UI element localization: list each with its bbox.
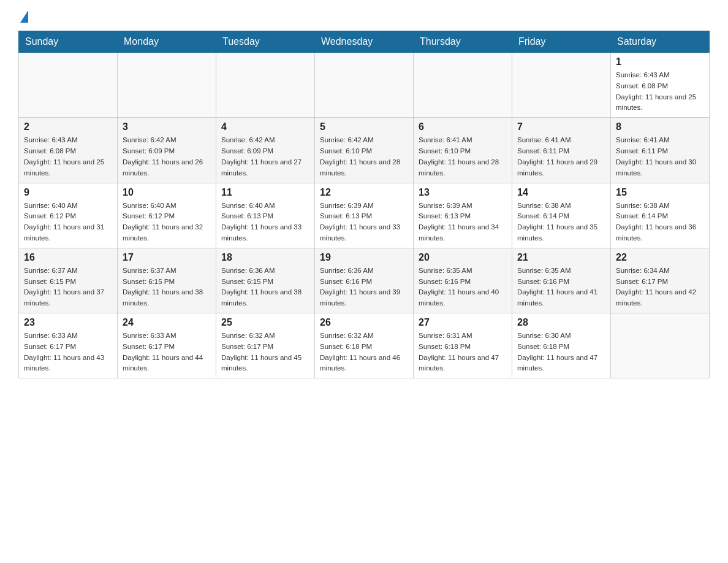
calendar-cell: 3Sunrise: 6:42 AMSunset: 6:09 PMDaylight… (118, 118, 216, 183)
calendar-cell (414, 53, 512, 118)
day-number: 4 (221, 121, 309, 132)
day-number: 11 (221, 187, 309, 198)
calendar-week-1: 1Sunrise: 6:43 AMSunset: 6:08 PMDaylight… (19, 53, 710, 118)
calendar-cell: 7Sunrise: 6:41 AMSunset: 6:11 PMDaylight… (512, 118, 611, 183)
calendar-cell: 22Sunrise: 6:34 AMSunset: 6:17 PMDayligh… (611, 248, 710, 313)
day-info: Sunrise: 6:35 AMSunset: 6:16 PMDaylight:… (419, 266, 507, 309)
day-number: 14 (517, 187, 605, 198)
day-info: Sunrise: 6:33 AMSunset: 6:17 PMDaylight:… (24, 331, 112, 374)
day-info: Sunrise: 6:42 AMSunset: 6:09 PMDaylight:… (221, 135, 309, 178)
calendar-cell: 15Sunrise: 6:38 AMSunset: 6:14 PMDayligh… (611, 183, 710, 248)
calendar-cell: 16Sunrise: 6:37 AMSunset: 6:15 PMDayligh… (19, 248, 118, 313)
weekday-header-wednesday: Wednesday (315, 31, 414, 53)
weekday-header-tuesday: Tuesday (216, 31, 315, 53)
calendar-week-4: 16Sunrise: 6:37 AMSunset: 6:15 PMDayligh… (19, 248, 710, 313)
day-info: Sunrise: 6:37 AMSunset: 6:15 PMDaylight:… (24, 266, 112, 309)
day-info: Sunrise: 6:36 AMSunset: 6:16 PMDaylight:… (320, 266, 408, 309)
calendar-cell: 12Sunrise: 6:39 AMSunset: 6:13 PMDayligh… (315, 183, 414, 248)
calendar-cell: 21Sunrise: 6:35 AMSunset: 6:16 PMDayligh… (512, 248, 611, 313)
calendar-cell: 25Sunrise: 6:32 AMSunset: 6:17 PMDayligh… (216, 313, 315, 378)
day-number: 5 (320, 121, 408, 132)
calendar-cell: 18Sunrise: 6:36 AMSunset: 6:15 PMDayligh… (216, 248, 315, 313)
calendar-cell: 19Sunrise: 6:36 AMSunset: 6:16 PMDayligh… (315, 248, 414, 313)
weekday-header-sunday: Sunday (19, 31, 118, 53)
day-info: Sunrise: 6:33 AMSunset: 6:17 PMDaylight:… (123, 331, 211, 374)
day-number: 13 (419, 187, 507, 198)
day-number: 1 (616, 56, 704, 67)
weekday-header-monday: Monday (118, 31, 216, 53)
day-number: 22 (616, 252, 704, 263)
day-info: Sunrise: 6:42 AMSunset: 6:10 PMDaylight:… (320, 135, 408, 178)
weekday-header-saturday: Saturday (611, 31, 710, 53)
calendar-header-row: SundayMondayTuesdayWednesdayThursdayFrid… (19, 31, 710, 53)
day-info: Sunrise: 6:40 AMSunset: 6:13 PMDaylight:… (221, 201, 309, 244)
calendar-cell: 28Sunrise: 6:30 AMSunset: 6:18 PMDayligh… (512, 313, 611, 378)
calendar-week-5: 23Sunrise: 6:33 AMSunset: 6:17 PMDayligh… (19, 313, 710, 378)
weekday-header-thursday: Thursday (414, 31, 512, 53)
calendar-cell: 1Sunrise: 6:43 AMSunset: 6:08 PMDaylight… (611, 53, 710, 118)
day-info: Sunrise: 6:40 AMSunset: 6:12 PMDaylight:… (123, 201, 211, 244)
day-info: Sunrise: 6:41 AMSunset: 6:11 PMDaylight:… (517, 135, 605, 178)
day-number: 21 (517, 252, 605, 263)
day-number: 9 (24, 187, 112, 198)
calendar-cell (118, 53, 216, 118)
day-number: 16 (24, 252, 112, 263)
calendar-cell (19, 53, 118, 118)
calendar-table: SundayMondayTuesdayWednesdayThursdayFrid… (18, 31, 710, 378)
calendar-cell: 23Sunrise: 6:33 AMSunset: 6:17 PMDayligh… (19, 313, 118, 378)
calendar-cell (315, 53, 414, 118)
calendar-cell: 13Sunrise: 6:39 AMSunset: 6:13 PMDayligh… (414, 183, 512, 248)
calendar-cell: 10Sunrise: 6:40 AMSunset: 6:12 PMDayligh… (118, 183, 216, 248)
day-number: 23 (24, 317, 112, 328)
day-info: Sunrise: 6:40 AMSunset: 6:12 PMDaylight:… (24, 201, 112, 244)
day-info: Sunrise: 6:38 AMSunset: 6:14 PMDaylight:… (616, 201, 704, 244)
day-info: Sunrise: 6:43 AMSunset: 6:08 PMDaylight:… (24, 135, 112, 178)
calendar-cell (512, 53, 611, 118)
day-info: Sunrise: 6:37 AMSunset: 6:15 PMDaylight:… (123, 266, 211, 309)
day-info: Sunrise: 6:42 AMSunset: 6:09 PMDaylight:… (123, 135, 211, 178)
day-info: Sunrise: 6:30 AMSunset: 6:18 PMDaylight:… (517, 331, 605, 374)
day-number: 15 (616, 187, 704, 198)
calendar-cell: 17Sunrise: 6:37 AMSunset: 6:15 PMDayligh… (118, 248, 216, 313)
day-number: 25 (221, 317, 309, 328)
page-header (18, 12, 710, 25)
day-info: Sunrise: 6:39 AMSunset: 6:13 PMDaylight:… (320, 201, 408, 244)
day-number: 3 (123, 121, 211, 132)
day-number: 19 (320, 252, 408, 263)
calendar-cell: 9Sunrise: 6:40 AMSunset: 6:12 PMDaylight… (19, 183, 118, 248)
calendar-week-2: 2Sunrise: 6:43 AMSunset: 6:08 PMDaylight… (19, 118, 710, 183)
calendar-cell (216, 53, 315, 118)
day-number: 28 (517, 317, 605, 328)
calendar-cell: 6Sunrise: 6:41 AMSunset: 6:10 PMDaylight… (414, 118, 512, 183)
day-info: Sunrise: 6:39 AMSunset: 6:13 PMDaylight:… (419, 201, 507, 244)
day-info: Sunrise: 6:41 AMSunset: 6:10 PMDaylight:… (419, 135, 507, 178)
weekday-header-friday: Friday (512, 31, 611, 53)
day-info: Sunrise: 6:38 AMSunset: 6:14 PMDaylight:… (517, 201, 605, 244)
day-info: Sunrise: 6:34 AMSunset: 6:17 PMDaylight:… (616, 266, 704, 309)
day-info: Sunrise: 6:35 AMSunset: 6:16 PMDaylight:… (517, 266, 605, 309)
day-number: 8 (616, 121, 704, 132)
day-info: Sunrise: 6:36 AMSunset: 6:15 PMDaylight:… (221, 266, 309, 309)
day-info: Sunrise: 6:32 AMSunset: 6:18 PMDaylight:… (320, 331, 408, 374)
calendar-cell (611, 313, 710, 378)
day-info: Sunrise: 6:32 AMSunset: 6:17 PMDaylight:… (221, 331, 309, 374)
calendar-cell: 24Sunrise: 6:33 AMSunset: 6:17 PMDayligh… (118, 313, 216, 378)
day-number: 26 (320, 317, 408, 328)
day-number: 6 (419, 121, 507, 132)
calendar-cell: 11Sunrise: 6:40 AMSunset: 6:13 PMDayligh… (216, 183, 315, 248)
calendar-cell: 8Sunrise: 6:41 AMSunset: 6:11 PMDaylight… (611, 118, 710, 183)
day-number: 18 (221, 252, 309, 263)
day-number: 2 (24, 121, 112, 132)
day-number: 20 (419, 252, 507, 263)
calendar-cell: 2Sunrise: 6:43 AMSunset: 6:08 PMDaylight… (19, 118, 118, 183)
logo-triangle-icon (20, 10, 28, 23)
day-info: Sunrise: 6:41 AMSunset: 6:11 PMDaylight:… (616, 135, 704, 178)
day-info: Sunrise: 6:43 AMSunset: 6:08 PMDaylight:… (616, 70, 704, 113)
day-info: Sunrise: 6:31 AMSunset: 6:18 PMDaylight:… (419, 331, 507, 374)
calendar-cell: 27Sunrise: 6:31 AMSunset: 6:18 PMDayligh… (414, 313, 512, 378)
calendar-cell: 4Sunrise: 6:42 AMSunset: 6:09 PMDaylight… (216, 118, 315, 183)
day-number: 24 (123, 317, 211, 328)
day-number: 10 (123, 187, 211, 198)
calendar-week-3: 9Sunrise: 6:40 AMSunset: 6:12 PMDaylight… (19, 183, 710, 248)
day-number: 7 (517, 121, 605, 132)
